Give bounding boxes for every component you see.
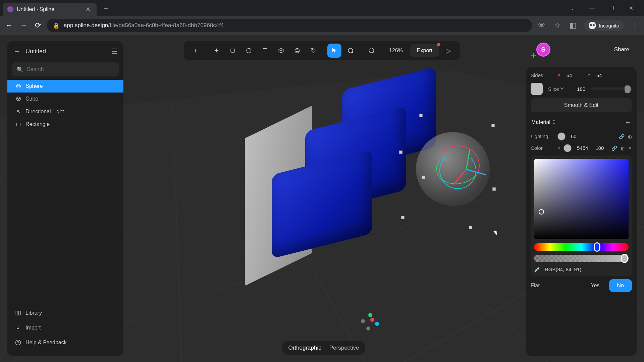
add-material-button[interactable]: ＋ [625,118,631,127]
nav-bar: ← → ⟳ 🔒 app.spline.design/file/da56a0aa-… [0,16,644,35]
smooth-edit-button[interactable]: Smooth & Edit [531,98,632,112]
flat-yes-option[interactable]: Yes [585,279,605,292]
close-tab-button[interactable]: ✕ [84,6,92,13]
selection-handle[interactable] [422,176,425,179]
saturation-value-panel[interactable] [534,159,629,239]
browser-tab[interactable]: Untitled · Spline ✕ [3,3,97,16]
layer-label: Cube [25,96,38,102]
nav-back-button[interactable]: ← [4,20,14,31]
cube-tool-button[interactable] [274,44,288,58]
layer-item-directional-light[interactable]: Directional Light [7,105,123,118]
visibility-icon[interactable]: ◐ [628,134,632,139]
close-window-button[interactable]: ✕ [626,4,636,13]
nav-forward-button[interactable]: → [19,20,29,31]
camera-orthographic-option[interactable]: Orthographic [288,345,321,351]
light-icon [15,109,21,115]
eye-off-icon[interactable]: 👁 [537,20,547,31]
selection-handle[interactable] [399,150,402,154]
magic-tool-button[interactable]: ✦ [210,44,224,58]
rgb-value-text[interactable]: RGB(84, 84, 91) [545,266,581,272]
sphere-tool-button[interactable] [290,44,304,58]
camera-mode-toggle: Orthographic Perspective [282,341,365,355]
browser-menu-button[interactable]: ⋮ [630,20,640,31]
eyedropper-icon[interactable]: 💉 [534,266,541,273]
color-dropdown-icon[interactable]: ▾ [558,146,560,150]
link-icon[interactable]: 🔗 [611,145,617,151]
remove-icon[interactable]: ✕ [628,145,632,151]
nav-reload-button[interactable]: ⟳ [34,20,42,31]
lighting-swatch[interactable] [557,132,566,140]
hue-slider[interactable] [534,243,629,251]
color-swatch[interactable] [564,144,572,152]
layer-search[interactable]: 🔍 [12,62,119,76]
selection-handle[interactable] [469,226,472,229]
svg-rect-2 [17,123,20,126]
select-tool-button[interactable] [327,44,341,58]
frame-tool-button[interactable] [365,44,379,58]
comment-tool-button[interactable] [343,44,358,58]
text-tool-button[interactable]: T [258,44,272,58]
link-icon[interactable]: 🔗 [619,134,625,139]
move-gizmo[interactable] [443,145,490,192]
sides-y-input[interactable]: 64 [594,71,604,79]
selection-handle[interactable] [491,124,495,127]
back-button[interactable]: ← [13,47,21,56]
address-bar[interactable]: 🔒 app.spline.design/file/da56a0aa-6c0b-4… [47,19,532,32]
library-button[interactable]: Library [13,306,117,320]
layer-item-sphere[interactable]: Sphere [7,80,123,93]
import-button[interactable]: Import [13,321,117,335]
color-opacity-input[interactable]: 100 [593,144,606,152]
rectangle-tool-button[interactable] [226,44,240,58]
hue-thumb[interactable] [594,242,600,252]
document-title[interactable]: Untitled [25,48,107,55]
slice-y-input[interactable]: 180 [575,85,587,93]
add-tool-button[interactable]: ＋ [189,44,203,58]
color-label: Color [531,145,554,151]
layer-item-cube[interactable]: Cube [7,93,123,105]
play-button[interactable]: ▷ [441,47,455,55]
tag-tool-button[interactable] [306,44,320,58]
more-dots-icon[interactable]: ⠿ [552,120,556,125]
sv-cursor-icon[interactable] [539,209,544,215]
viewport-3d[interactable]: Orthographic Perspective [131,35,517,362]
rectangle-shape-icon [15,121,21,127]
camera-perspective-option[interactable]: Perspective [329,345,359,351]
new-tab-button[interactable]: ＋ [102,3,110,13]
selection-handle[interactable] [401,216,405,219]
ellipse-tool-button[interactable] [242,44,256,58]
flat-no-option[interactable]: No [609,279,632,292]
lighting-value-input[interactable]: 60 [569,132,579,140]
hamburger-menu-icon[interactable]: ☰ [111,47,117,55]
svg-point-1 [16,85,20,87]
selection-handle[interactable] [419,114,423,117]
bookmark-star-icon[interactable]: ☆ [553,20,562,31]
help-button[interactable]: Help & Feedback [13,336,117,349]
lock-icon: 🔒 [53,22,60,29]
minimize-button[interactable]: ― [587,4,597,13]
search-input[interactable] [27,66,114,72]
maximize-button[interactable]: ❐ [607,4,617,13]
svg-point-10 [312,49,313,50]
orientation-widget[interactable] [359,312,386,332]
layer-item-rectangle[interactable]: Rectangle [7,118,123,131]
alpha-slider[interactable] [534,255,629,262]
window-controls: ⌄ ― ❐ ✕ [568,4,641,13]
library-label: Library [25,310,42,316]
lighting-label: Lighting [531,133,554,139]
favicon-icon [7,6,13,12]
svg-rect-6 [231,49,235,52]
user-avatar[interactable]: S [536,43,550,57]
slice-y-slider[interactable] [591,87,632,90]
chevron-down-icon[interactable]: ⌄ [568,4,577,13]
alpha-thumb[interactable] [621,254,628,263]
selection-handle[interactable] [492,187,496,191]
color-hex-input[interactable]: 5454 [575,144,590,152]
svg-point-7 [247,48,251,53]
visibility-icon[interactable]: ◐ [621,145,625,151]
sides-x-input[interactable]: 64 [565,71,574,79]
zoom-level[interactable]: 126% [386,48,406,54]
extensions-icon[interactable]: ◧ [568,20,578,31]
incognito-badge[interactable]: Incognito [584,20,624,31]
export-button[interactable]: Export [410,44,439,57]
share-button[interactable]: Share [607,42,637,57]
